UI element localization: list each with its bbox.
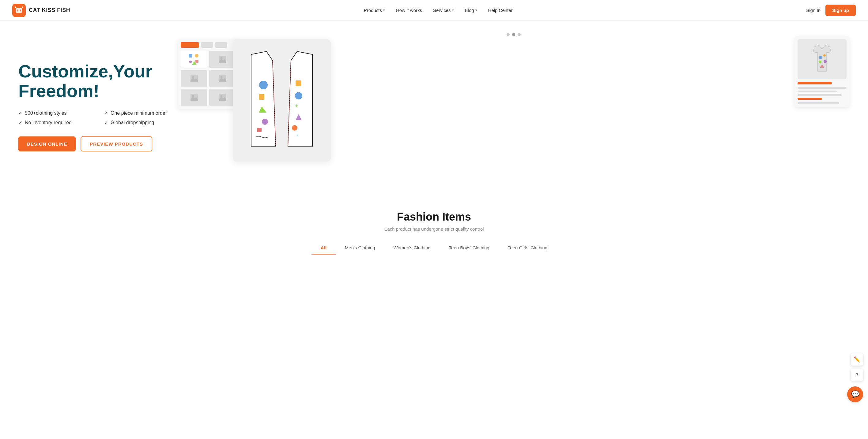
sign-up-button[interactable]: Sign up	[826, 5, 856, 16]
logo-text: CAT KISS FISH	[29, 7, 70, 13]
svg-rect-28	[296, 80, 301, 86]
main-header: CAT KISS FISH Products ▾ How it works Se…	[0, 0, 868, 21]
svg-rect-6	[195, 60, 198, 63]
product-bar-6	[798, 102, 839, 104]
hero-title: Customize,Your Freedom!	[19, 62, 178, 101]
check-icon-1: ✓	[19, 110, 22, 116]
products-chevron: ▾	[383, 8, 385, 12]
fashion-subtitle: Each product has undergone strict qualit…	[19, 226, 849, 232]
preview-products-button[interactable]: PREVIEW PRODUCTS	[81, 136, 152, 151]
product-bar-1	[798, 82, 832, 85]
main-nav: Products ▾ How it works Services ▾ Blog …	[364, 8, 513, 13]
slider-dots	[506, 33, 521, 36]
feature-no-inventory: ✓ No inventory required	[19, 120, 92, 126]
svg-rect-27	[257, 128, 261, 132]
placeholder-icon-4	[190, 93, 198, 102]
product-bar-2	[798, 87, 846, 89]
placeholder-icon-2	[190, 74, 198, 82]
logo-icon	[12, 4, 26, 17]
svg-text:≈: ≈	[297, 133, 299, 138]
product-bar-4	[798, 94, 842, 96]
panel-tab-2[interactable]	[215, 42, 227, 48]
placeholder-icon-3	[218, 74, 227, 82]
design-icon	[187, 53, 201, 66]
logo-area[interactable]: CAT KISS FISH	[12, 4, 70, 17]
dot-2[interactable]	[512, 33, 515, 36]
placeholder-icon-1	[218, 55, 227, 64]
panel-cell-4	[209, 70, 236, 87]
nav-help-center[interactable]: Help Center	[488, 8, 513, 13]
category-tabs: All Men's Clothing Women's Clothing Teen…	[19, 241, 849, 255]
hero-buttons: DESIGN ONLINE PREVIEW PRODUCTS	[19, 136, 178, 151]
services-chevron: ▾	[452, 8, 454, 12]
hero-content: Customize,Your Freedom! ✓ 500+clothing s…	[19, 62, 178, 152]
tab-all[interactable]: All	[311, 241, 336, 255]
svg-rect-3	[189, 54, 192, 58]
svg-point-32	[292, 125, 298, 131]
sign-in-link[interactable]: Sign In	[806, 8, 820, 13]
product-bar-3	[798, 91, 837, 92]
dot-1[interactable]	[506, 33, 510, 36]
feature-dropshipping: ✓ Global dropshipping	[104, 120, 178, 126]
svg-rect-24	[259, 94, 264, 100]
feature-clothing-styles: ✓ 500+clothing styles	[19, 110, 92, 116]
check-icon-2: ✓	[104, 110, 108, 116]
design-online-button[interactable]: DESIGN ONLINE	[19, 136, 76, 151]
hero-features: ✓ 500+clothing styles ✓ One piece minimu…	[19, 110, 178, 126]
nav-how-it-works[interactable]: How it works	[396, 8, 422, 13]
svg-point-34	[819, 56, 822, 59]
check-icon-3: ✓	[19, 120, 22, 126]
panel-cell-6	[209, 89, 236, 106]
svg-rect-36	[819, 61, 822, 63]
hero-visuals: + ≈	[178, 33, 849, 180]
panel-cell-2	[209, 51, 236, 68]
hoodie-preview-svg	[810, 44, 834, 74]
svg-point-35	[823, 54, 826, 57]
product-bar-5	[798, 98, 822, 100]
tab-womens-clothing[interactable]: Women's Clothing	[384, 241, 440, 255]
design-panel	[178, 39, 239, 109]
svg-point-4	[195, 54, 198, 58]
svg-point-23	[259, 81, 268, 89]
svg-point-26	[262, 119, 268, 125]
fashion-section: Fashion Items Each product has undergone…	[0, 192, 868, 267]
svg-point-2	[20, 9, 21, 11]
tab-teen-girls-clothing[interactable]: Teen Girls' Clothing	[499, 241, 557, 255]
svg-text:+: +	[294, 102, 298, 109]
hero-section: Customize,Your Freedom! ✓ 500+clothing s…	[0, 21, 868, 192]
nav-products[interactable]: Products ▾	[364, 8, 385, 13]
panel-tab-1[interactable]	[201, 42, 213, 48]
vest-preview-panel: + ≈	[233, 39, 331, 162]
panel-cell-3	[181, 70, 207, 87]
tab-teen-boys-clothing[interactable]: Teen Boys' Clothing	[440, 241, 499, 255]
panel-grid	[181, 51, 236, 106]
nav-blog[interactable]: Blog ▾	[465, 8, 477, 13]
panel-cell-design[interactable]	[181, 51, 207, 68]
check-icon-4: ✓	[104, 120, 108, 126]
panel-tab-active[interactable]	[181, 42, 199, 48]
panel-header	[181, 42, 236, 48]
nav-services[interactable]: Services ▾	[433, 8, 454, 13]
svg-point-29	[295, 92, 302, 99]
tab-mens-clothing[interactable]: Men's Clothing	[336, 241, 384, 255]
blog-chevron: ▾	[475, 8, 477, 12]
placeholder-icon-5	[218, 93, 227, 102]
dot-3[interactable]	[518, 33, 521, 36]
product-image	[798, 39, 846, 79]
svg-point-37	[824, 60, 827, 63]
fashion-title: Fashion Items	[19, 210, 849, 223]
svg-point-7	[189, 61, 192, 63]
product-card-preview	[795, 36, 849, 107]
cat-kiss-fish-logo-svg	[15, 6, 23, 15]
feature-min-order: ✓ One piece minimum order	[104, 110, 178, 116]
panel-cell-5	[181, 89, 207, 106]
header-right: Sign In Sign up	[806, 5, 856, 16]
vest-svg: + ≈	[242, 48, 321, 153]
svg-point-1	[17, 9, 19, 11]
